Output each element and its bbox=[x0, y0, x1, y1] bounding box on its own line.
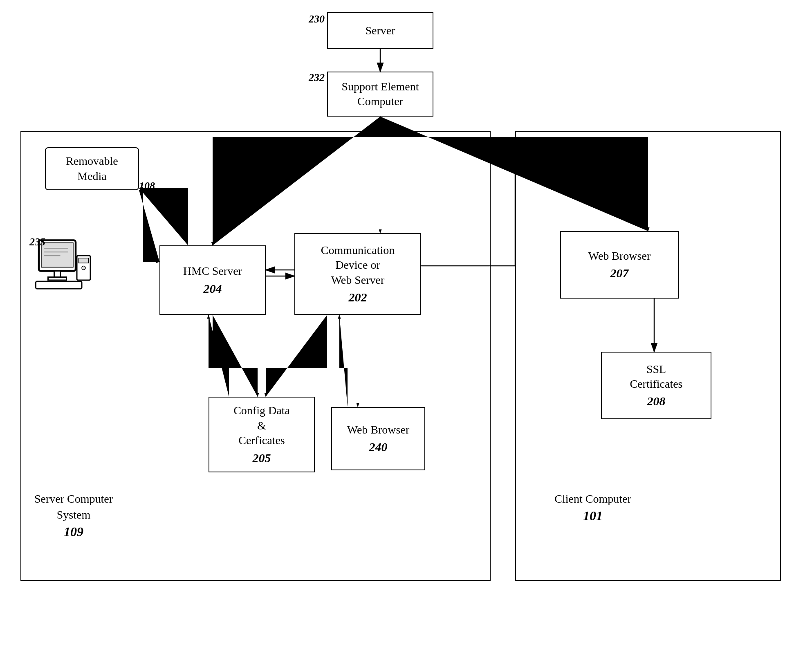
comm-device-label: CommunicationDevice orWeb Server bbox=[321, 243, 395, 288]
web-browser-240-box: Web Browser 240 bbox=[331, 407, 425, 470]
removable-media-box: RemovableMedia bbox=[45, 147, 139, 190]
removable-media-label: RemovableMedia bbox=[66, 154, 118, 184]
web-browser-240-label: Web Browser bbox=[347, 422, 409, 437]
hmc-server-box: HMC Server 204 bbox=[159, 245, 266, 315]
hmc-server-label: HMC Server bbox=[183, 264, 242, 279]
ssl-label: SSLCertificates bbox=[630, 362, 682, 392]
server-num-label: 230 bbox=[309, 13, 325, 25]
svg-rect-1 bbox=[41, 243, 73, 267]
server-box: Server bbox=[327, 12, 433, 49]
comm-num: 202 bbox=[349, 289, 367, 305]
client-computer-label: Client Computer 101 bbox=[532, 491, 654, 525]
svg-rect-3 bbox=[48, 277, 67, 281]
support-element-label: Support ElementComputer bbox=[342, 79, 419, 109]
hmc-num: 204 bbox=[204, 281, 222, 297]
config-data-box: Config Data&Cerficates 205 bbox=[209, 397, 315, 472]
diagram: Server Computer System 109 Client Comput… bbox=[0, 0, 812, 647]
ssl-num: 208 bbox=[647, 393, 666, 409]
config-num: 205 bbox=[253, 450, 271, 466]
comm-device-box: CommunicationDevice orWeb Server 202 bbox=[294, 233, 421, 315]
svg-rect-4 bbox=[36, 281, 82, 289]
svg-rect-6 bbox=[79, 258, 89, 263]
ssl-certificates-box: SSLCertificates 208 bbox=[601, 352, 711, 419]
web-browser-207-num: 207 bbox=[610, 265, 629, 281]
support-num-label: 232 bbox=[309, 72, 325, 84]
web-browser-240-num: 240 bbox=[369, 439, 388, 455]
computer-235-label: 235 bbox=[29, 236, 45, 248]
removable-num-label: 108 bbox=[139, 180, 155, 192]
server-label: Server bbox=[365, 23, 395, 38]
web-browser-207-box: Web Browser 207 bbox=[560, 231, 679, 299]
support-element-box: Support ElementComputer bbox=[327, 72, 433, 117]
server-computer-label: Server Computer System 109 bbox=[33, 491, 114, 541]
config-data-label: Config Data&Cerficates bbox=[233, 403, 290, 448]
web-browser-207-label: Web Browser bbox=[588, 249, 650, 263]
svg-rect-2 bbox=[54, 271, 61, 277]
svg-point-7 bbox=[82, 266, 85, 270]
